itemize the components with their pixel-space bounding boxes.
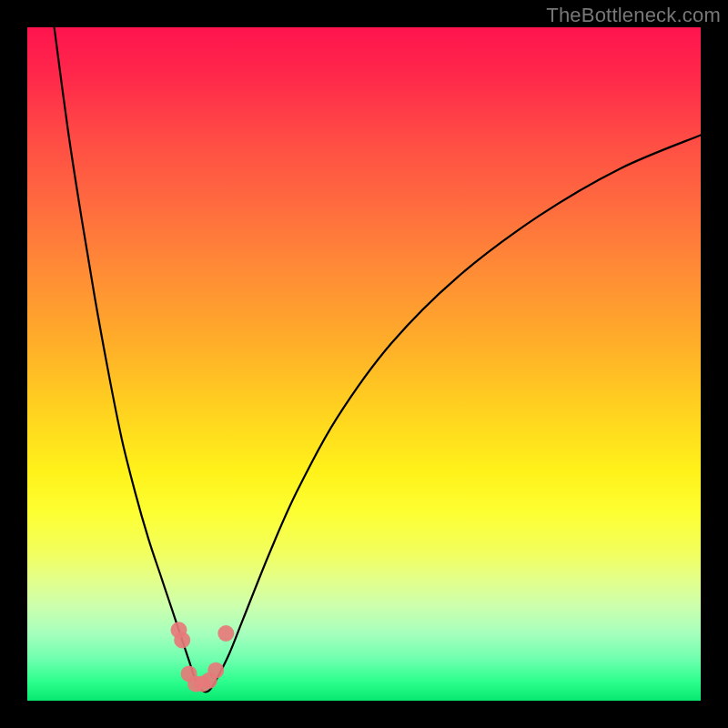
chart-frame: TheBottleneck.com [0,0,728,728]
marker-dot [174,632,190,648]
marker-cluster [171,622,235,692]
chart-svg [0,0,728,728]
bottleneck-curve [55,27,701,692]
watermark-text: TheBottleneck.com [546,4,721,27]
marker-dot [207,662,224,679]
marker-dot [217,625,234,642]
